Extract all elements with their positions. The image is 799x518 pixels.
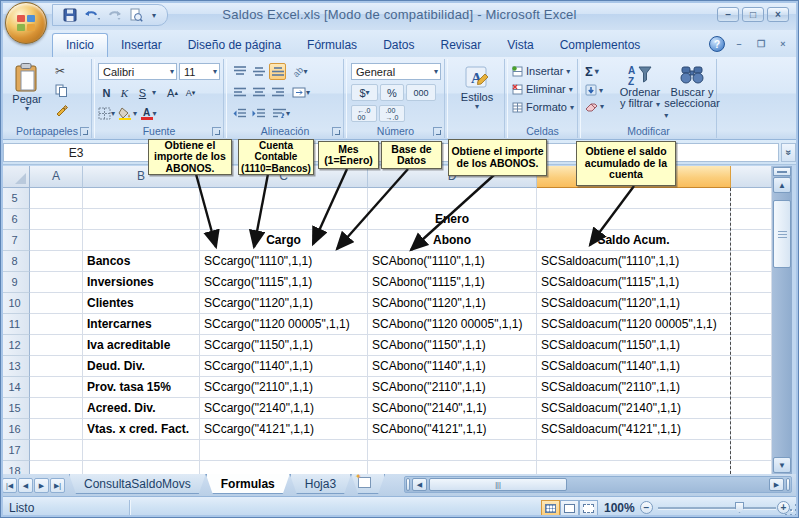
cell-D12[interactable]: SCAbono("1150",1,1)	[368, 335, 537, 356]
cell-B18[interactable]	[83, 461, 200, 474]
cell-E14[interactable]: SCSaldoacum("2110",1,1)	[537, 377, 731, 398]
chevron-down-icon[interactable]: ▾	[152, 89, 156, 96]
shrink-font-button[interactable]: A▾	[182, 84, 199, 101]
cell-C9[interactable]: SCcargo("1115",1,1)	[200, 272, 368, 293]
office-button[interactable]	[5, 2, 47, 44]
cell-A8[interactable]	[30, 251, 83, 272]
number-format-select[interactable]: General▾	[351, 63, 441, 80]
scroll-split-handle[interactable]	[786, 478, 790, 491]
align-top-icon[interactable]	[231, 63, 248, 80]
scroll-left-icon[interactable]: ◀	[412, 478, 427, 491]
cell-B13[interactable]: Deud. Div.	[83, 356, 200, 377]
row-header-18[interactable]: 18	[0, 461, 30, 474]
cell-E13[interactable]: SCSaldoacum("1140",1,1)	[537, 356, 731, 377]
tab-inicio[interactable]: Inicio	[52, 33, 108, 57]
insert-cells-button[interactable]: Insertar▾	[512, 65, 574, 77]
row-header-14[interactable]: 14	[0, 377, 30, 398]
zoom-out-icon[interactable]: −	[640, 501, 653, 514]
copy-icon[interactable]	[55, 84, 68, 97]
cell-A11[interactable]	[30, 314, 83, 335]
tab-f-rmulas[interactable]: Fórmulas	[294, 34, 370, 57]
cell-B14[interactable]: Prov. tasa 15%	[83, 377, 200, 398]
cell-C15[interactable]: SCcargo("2140",1,1)	[200, 398, 368, 419]
format-cells-button[interactable]: Formato▾	[512, 101, 574, 113]
cell-B16[interactable]: Vtas. x cred. Fact.	[83, 419, 200, 440]
row-header-11[interactable]: 11	[0, 314, 30, 335]
thousands-button[interactable]: 000	[406, 84, 436, 101]
cell-B6[interactable]	[83, 209, 200, 230]
increase-decimal-icon[interactable]: ←.000	[351, 105, 377, 122]
row-header-10[interactable]: 10	[0, 293, 30, 314]
cell-D6[interactable]: Enero	[368, 209, 537, 230]
zoom-slider-handle[interactable]	[735, 502, 744, 513]
row-header-15[interactable]: 15	[0, 398, 30, 419]
expand-formula-bar-icon[interactable]: »	[781, 143, 796, 162]
autosum-button[interactable]: Σ▾	[585, 64, 604, 79]
cell-B15[interactable]: Acreed. Div.	[83, 398, 200, 419]
resize-grip[interactable]	[785, 504, 797, 516]
dialog-launcher-icon[interactable]	[332, 127, 341, 136]
close-button[interactable]: ×	[767, 7, 789, 22]
cell-F5[interactable]	[731, 188, 772, 209]
align-right-icon[interactable]	[269, 84, 286, 101]
cell-E6[interactable]	[537, 209, 731, 230]
cell-B7[interactable]	[83, 230, 200, 251]
column-header-A[interactable]: A	[30, 166, 83, 188]
sheet-tab-consultasaldomovs[interactable]: ConsultaSaldoMovs	[69, 474, 206, 494]
vertical-scroll-thumb[interactable]	[773, 200, 791, 268]
cell-C14[interactable]: SCcargo("2110",1,1)	[200, 377, 368, 398]
percent-button[interactable]: %	[380, 84, 404, 101]
italic-button[interactable]: K	[116, 84, 133, 101]
cell-C5[interactable]	[200, 188, 368, 209]
cell-B11[interactable]: Intercarnes	[83, 314, 200, 335]
tab-revisar[interactable]: Revisar	[427, 34, 494, 57]
cell-C13[interactable]: SCcargo("1140",1,1)	[200, 356, 368, 377]
scroll-down-icon[interactable]: ▼	[773, 457, 791, 473]
row-header-6[interactable]: 6	[0, 209, 30, 230]
font-color-button[interactable]: A ▾	[140, 105, 157, 122]
first-sheet-icon[interactable]: |◀	[2, 478, 17, 493]
row-header-12[interactable]: 12	[0, 335, 30, 356]
clear-button[interactable]: ▾	[585, 101, 604, 112]
cell-B12[interactable]: Iva acreditable	[83, 335, 200, 356]
cell-C11[interactable]: SCcargo("1120 00005",1,1)	[200, 314, 368, 335]
horizontal-scrollbar[interactable]: ◀ ||| ▶	[404, 476, 792, 493]
fill-color-button[interactable]: ▾	[118, 105, 137, 122]
cell-D18[interactable]	[368, 461, 537, 474]
zoom-level[interactable]: 100%	[604, 501, 635, 515]
cell-C18[interactable]	[200, 461, 368, 474]
cell-D7[interactable]: Abono	[368, 230, 537, 251]
cell-A18[interactable]	[30, 461, 83, 474]
cell-E11[interactable]: SCSaldoacum("1120 00005",1,1)	[537, 314, 731, 335]
align-bottom-icon[interactable]	[269, 63, 286, 80]
cell-A15[interactable]	[30, 398, 83, 419]
maximize-button[interactable]: □	[742, 7, 764, 22]
cell-F17[interactable]	[731, 440, 772, 461]
cell-D11[interactable]: SCAbono("1120 00005",1,1)	[368, 314, 537, 335]
workbook-minimize-icon[interactable]: –	[731, 38, 747, 51]
row-header-5[interactable]: 5	[0, 188, 30, 209]
row-header-9[interactable]: 9	[0, 272, 30, 293]
cell-E17[interactable]	[537, 440, 731, 461]
align-middle-icon[interactable]	[250, 63, 267, 80]
font-size-select[interactable]: 11▾	[179, 63, 220, 80]
cell-F11[interactable]	[731, 314, 772, 335]
sort-filter-button[interactable]: A Z Ordenar y filtrar ▾	[614, 63, 666, 109]
find-select-button[interactable]: Buscar y seleccionar ▾	[667, 63, 717, 120]
cell-C6[interactable]	[200, 209, 368, 230]
cell-E15[interactable]: SCSaldoacum("2140",1,1)	[537, 398, 731, 419]
bold-button[interactable]: N	[98, 84, 115, 101]
horizontal-scroll-thumb[interactable]: |||	[429, 478, 567, 491]
cell-F13[interactable]	[731, 356, 772, 377]
styles-button[interactable]: A Estilos ▾	[453, 65, 501, 110]
cell-E8[interactable]: SCSaldoacum("1110",1,1)	[537, 251, 731, 272]
tab-complementos[interactable]: Complementos	[547, 34, 654, 57]
cell-D10[interactable]: SCAbono("1120",1,1)	[368, 293, 537, 314]
cell-F18[interactable]	[731, 461, 772, 474]
dialog-launcher-icon[interactable]	[212, 127, 221, 136]
dialog-launcher-icon[interactable]	[80, 127, 89, 136]
tab-vista[interactable]: Vista	[494, 34, 546, 57]
cell-A5[interactable]	[30, 188, 83, 209]
cell-F14[interactable]	[731, 377, 772, 398]
orientation-button[interactable]: ab▾	[292, 63, 309, 80]
